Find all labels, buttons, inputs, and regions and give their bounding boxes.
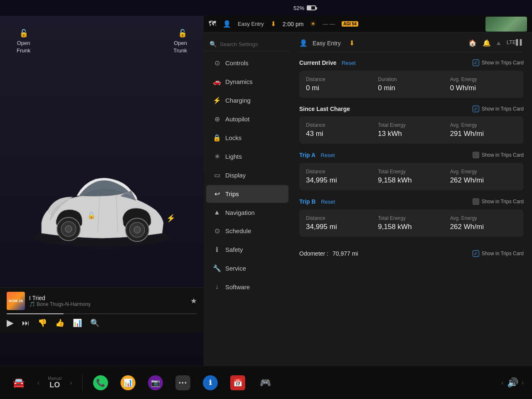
hvac-label: Manual	[48, 376, 62, 381]
taskbar-hvac[interactable]: ‹	[33, 377, 44, 389]
rp-person-icon: 👤	[299, 39, 308, 47]
trip-b-reset[interactable]: Reset	[321, 199, 335, 205]
odometer-show-trips[interactable]: ✓ Show in Trips Card	[473, 250, 524, 257]
thumbs-down-button[interactable]: 👎	[38, 318, 47, 328]
autopilot-icon: ⊛	[213, 115, 221, 123]
rp-easy-entry-label: Easy Entry	[313, 40, 341, 47]
music-controls: ▶ ⏭ 👎 👍 📊 🔍	[7, 318, 197, 328]
sidebar-item-lights[interactable]: ✳ Lights	[206, 148, 288, 165]
schedule-label: Schedule	[225, 227, 251, 234]
charging-label: Charging	[225, 97, 251, 104]
odometer-checkbox[interactable]: ✓	[473, 250, 479, 257]
info-icon: ℹ	[203, 375, 218, 390]
next-button[interactable]: ⏭	[22, 319, 30, 328]
search-bar[interactable]: 🔍 Search Settings	[204, 37, 291, 51]
open-frunk-button[interactable]: 🔓 Open Frunk	[17, 28, 30, 55]
topbar-person-icon: 👤	[223, 20, 231, 28]
trunk-icon: 🔓	[173, 28, 187, 39]
trip-b-title-group: Trip B Reset	[299, 198, 335, 205]
rp-signal-icon[interactable]: LTE▌▌	[507, 39, 524, 47]
progress-bar[interactable]	[7, 313, 197, 314]
battery-icon	[307, 5, 316, 10]
sidebar-item-software[interactable]: ↓ Software	[206, 278, 288, 296]
current-drive-checkbox[interactable]: ✓	[473, 59, 479, 66]
volume-prev-icon[interactable]: ‹	[501, 379, 503, 387]
taskbar-camera[interactable]: 📷	[144, 373, 167, 393]
hvac-prev[interactable]: ‹	[37, 379, 39, 387]
taskbar-info[interactable]: ℹ	[199, 373, 222, 393]
trips-label: Trips	[225, 190, 239, 197]
sidebar-item-charging[interactable]: ⚡ Charging	[206, 91, 288, 109]
tesla-topbar: 🗺 👤 Easy Entry ⬇ 2:00 pm ☀ — — AGI 54	[204, 16, 532, 32]
since-last-charge-checkbox[interactable]: ✓	[473, 106, 479, 112]
current-drive-title: Current Drive	[299, 59, 336, 66]
games-icon: 🎮	[258, 375, 273, 390]
sidebar-item-locks[interactable]: 🔒 Locks	[206, 129, 288, 147]
thumbs-up-button[interactable]: 👍	[55, 318, 64, 328]
display-icon: ▭	[213, 171, 221, 179]
sidebar-item-safety[interactable]: ℹ Safety	[206, 241, 288, 259]
tesla-main: 🔍 Search Settings ⊙ Controls 🚗 Dynamics …	[204, 32, 532, 366]
topbar-easy-entry: Easy Entry	[238, 21, 264, 27]
controls-icon: ⊙	[213, 59, 221, 67]
sidebar-item-dynamics[interactable]: 🚗 Dynamics	[206, 73, 288, 91]
odometer-label: Odometer :	[299, 250, 328, 257]
volume-icon[interactable]: 🔊	[507, 377, 518, 388]
sidebar: 🔍 Search Settings ⊙ Controls 🚗 Dynamics …	[204, 32, 291, 366]
taskbar-calendar[interactable]: 📅	[226, 373, 249, 393]
rp-bluetooth-icon[interactable]: ⟁	[497, 39, 501, 47]
rp-bell-icon[interactable]: 🔔	[483, 39, 491, 47]
sidebar-item-autopilot[interactable]: ⊛ Autopilot	[206, 110, 288, 128]
since-last-charge-header: Since Last Charge ✓ Show in Trips Card	[299, 106, 524, 112]
music-info-row: NOW 25 I Tried 🎵 Bone Thugs-N-Harmony ★	[7, 292, 197, 310]
sidebar-item-schedule[interactable]: ⊙ Schedule	[206, 222, 288, 240]
sidebar-item-display[interactable]: ▭ Display	[206, 166, 288, 184]
sidebar-item-navigation[interactable]: ▲ Navigation	[206, 204, 288, 221]
trip-a-title: Trip A	[299, 152, 315, 158]
trips-icon: ↩	[213, 190, 221, 198]
favorite-button[interactable]: ★	[190, 296, 197, 305]
slc-total-energy: Total Energy 13 kWh	[378, 122, 445, 138]
current-drive-show-trips[interactable]: ✓ Show in Trips Card	[473, 59, 524, 66]
current-drive-reset[interactable]: Reset	[342, 60, 356, 66]
trip-b-show-trips[interactable]: Show in Trips Card	[473, 198, 524, 205]
open-trunk-button[interactable]: 🔓 Open Trunk	[173, 28, 187, 55]
service-label: Service	[225, 265, 246, 272]
topbar-download-icon: ⬇	[271, 20, 276, 28]
volume-next-icon[interactable]: ›	[522, 379, 524, 387]
taskbar-games[interactable]: 🎮	[254, 373, 277, 393]
current-drive-distance: Distance 0 mi	[306, 76, 373, 92]
music-artist: 🎵 Bone Thugs-N-Harmony	[29, 301, 91, 307]
trip-a-section: Trip A Reset Show in Trips Card Distance…	[299, 151, 524, 190]
taskbar-more[interactable]: •••	[171, 373, 195, 393]
music-player: NOW 25 I Tried 🎵 Bone Thugs-N-Harmony ★ …	[0, 287, 204, 332]
more-icon: •••	[175, 375, 190, 390]
trip-b-checkbox[interactable]	[473, 198, 479, 205]
car-icon: 🚘	[12, 377, 25, 389]
sidebar-item-controls[interactable]: ⊙ Controls	[206, 54, 288, 72]
sidebar-item-service[interactable]: 🔧 Service	[206, 259, 288, 277]
equalizer-button[interactable]: 📊	[73, 318, 82, 328]
since-last-charge-show-trips[interactable]: ✓ Show in Trips Card	[473, 106, 524, 112]
trip-a-show-trips[interactable]: Show in Trips Card	[473, 152, 524, 158]
taskbar: 🚘 ‹ Manual LO › 📞 📊 📷 ••• ℹ 📅 🎮 ‹ 🔊	[0, 366, 532, 399]
svg-text:⚡: ⚡	[166, 214, 176, 223]
taskbar-audio[interactable]: 📊	[116, 373, 140, 393]
play-button[interactable]: ▶	[7, 318, 14, 328]
taskbar-phone[interactable]: 📞	[89, 373, 112, 393]
search-music-button[interactable]: 🔍	[90, 318, 99, 328]
sidebar-item-trips[interactable]: ↩ Trips	[206, 185, 288, 203]
rp-header-icons: 🏠 🔔 ⟁ LTE▌▌	[468, 39, 524, 47]
since-last-charge-title: Since Last Charge	[299, 106, 350, 112]
rp-home-icon[interactable]: 🏠	[468, 39, 477, 47]
trip-a-checkbox[interactable]	[473, 152, 479, 158]
topbar-sun-icon: ☀	[310, 20, 316, 28]
trip-a-title-group: Trip A Reset	[299, 151, 335, 159]
audio-icon: 📊	[121, 375, 135, 390]
trip-a-reset[interactable]: Reset	[321, 152, 335, 158]
taskbar-car[interactable]: 🚘	[8, 374, 29, 391]
taskbar-hvac-next[interactable]: ›	[66, 377, 76, 389]
locks-icon: 🔒	[213, 134, 221, 142]
safety-icon: ℹ	[213, 246, 221, 254]
battery-percentage: 52%	[293, 5, 304, 11]
